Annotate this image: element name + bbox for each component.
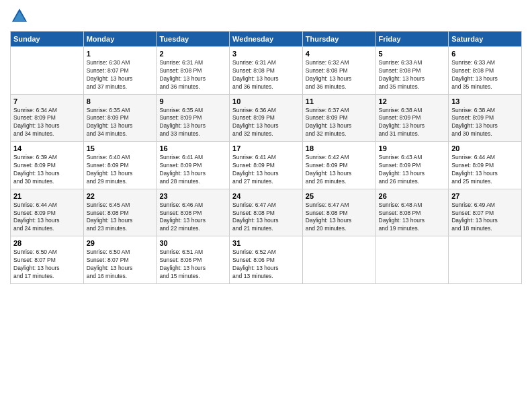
header-cell-thursday: Thursday [302, 32, 375, 47]
day-cell: 2Sunrise: 6:31 AMSunset: 8:08 PMDaylight… [157, 47, 230, 95]
day-info: Sunrise: 6:31 AMSunset: 8:08 PMDaylight:… [159, 59, 226, 91]
day-number: 18 [306, 144, 373, 152]
day-number: 3 [232, 50, 300, 58]
day-cell: 28Sunrise: 6:50 AMSunset: 8:07 PMDayligh… [11, 236, 84, 284]
day-number: 15 [87, 144, 154, 152]
day-number: 2 [159, 50, 226, 58]
day-info: Sunrise: 6:42 AMSunset: 8:09 PMDaylight:… [306, 154, 373, 186]
day-info: Sunrise: 6:44 AMSunset: 8:09 PMDaylight:… [451, 154, 519, 186]
day-number: 16 [159, 144, 226, 152]
day-number: 20 [451, 144, 519, 152]
day-cell: 1Sunrise: 6:30 AMSunset: 8:07 PMDaylight… [83, 47, 157, 95]
day-cell: 22Sunrise: 6:45 AMSunset: 8:08 PMDayligh… [83, 189, 157, 236]
day-cell: 7Sunrise: 6:34 AMSunset: 8:09 PMDaylight… [11, 94, 84, 142]
calendar-header: SundayMondayTuesdayWednesdayThursdayFrid… [11, 32, 522, 47]
day-cell: 4Sunrise: 6:32 AMSunset: 8:08 PMDaylight… [302, 47, 375, 95]
day-cell: 12Sunrise: 6:38 AMSunset: 8:09 PMDayligh… [375, 94, 449, 142]
day-number: 19 [379, 144, 446, 152]
day-number: 30 [159, 239, 226, 247]
logo-icon [10, 7, 29, 26]
day-cell: 15Sunrise: 6:40 AMSunset: 8:09 PMDayligh… [83, 142, 157, 189]
day-info: Sunrise: 6:33 AMSunset: 8:08 PMDaylight:… [379, 59, 446, 91]
day-number: 10 [232, 97, 300, 105]
header-cell-saturday: Saturday [449, 32, 522, 47]
day-info: Sunrise: 6:52 AMSunset: 8:06 PMDaylight:… [232, 248, 300, 281]
day-info: Sunrise: 6:50 AMSunset: 8:07 PMDaylight:… [13, 248, 81, 281]
header-cell-wednesday: Wednesday [230, 32, 303, 47]
day-cell: 21Sunrise: 6:44 AMSunset: 8:09 PMDayligh… [11, 189, 84, 236]
day-cell: 14Sunrise: 6:39 AMSunset: 8:09 PMDayligh… [11, 142, 84, 189]
day-number: 27 [451, 192, 519, 200]
day-cell: 10Sunrise: 6:36 AMSunset: 8:09 PMDayligh… [230, 94, 303, 142]
day-info: Sunrise: 6:47 AMSunset: 8:08 PMDaylight:… [306, 201, 373, 234]
day-cell: 17Sunrise: 6:41 AMSunset: 8:09 PMDayligh… [230, 142, 303, 189]
day-number: 6 [451, 50, 519, 58]
day-info: Sunrise: 6:31 AMSunset: 8:08 PMDaylight:… [232, 59, 300, 91]
day-info: Sunrise: 6:30 AMSunset: 8:07 PMDaylight:… [87, 59, 154, 91]
day-info: Sunrise: 6:32 AMSunset: 8:08 PMDaylight:… [306, 59, 373, 91]
day-cell: 6Sunrise: 6:33 AMSunset: 8:08 PMDaylight… [449, 47, 522, 95]
day-cell [449, 236, 522, 284]
header-cell-sunday: Sunday [11, 32, 84, 47]
header-row: SundayMondayTuesdayWednesdayThursdayFrid… [11, 32, 522, 47]
day-cell [375, 236, 449, 284]
day-number: 4 [306, 50, 373, 58]
day-number: 26 [379, 192, 446, 200]
day-info: Sunrise: 6:51 AMSunset: 8:06 PMDaylight:… [159, 248, 226, 281]
header-cell-friday: Friday [375, 32, 449, 47]
week-row-3: 14Sunrise: 6:39 AMSunset: 8:09 PMDayligh… [11, 142, 522, 189]
day-number: 11 [306, 97, 373, 105]
day-cell: 3Sunrise: 6:31 AMSunset: 8:08 PMDaylight… [230, 47, 303, 95]
day-number: 9 [159, 97, 226, 105]
day-cell [302, 236, 375, 284]
header-cell-monday: Monday [83, 32, 157, 47]
day-cell: 19Sunrise: 6:43 AMSunset: 8:09 PMDayligh… [375, 142, 449, 189]
day-number: 29 [87, 239, 154, 247]
day-cell: 29Sunrise: 6:50 AMSunset: 8:07 PMDayligh… [83, 236, 157, 284]
header [10, 7, 522, 26]
day-info: Sunrise: 6:36 AMSunset: 8:09 PMDaylight:… [232, 107, 300, 139]
day-cell: 9Sunrise: 6:35 AMSunset: 8:09 PMDaylight… [157, 94, 230, 142]
logo [10, 7, 32, 26]
day-cell: 31Sunrise: 6:52 AMSunset: 8:06 PMDayligh… [230, 236, 303, 284]
day-info: Sunrise: 6:33 AMSunset: 8:08 PMDaylight:… [451, 59, 519, 91]
day-cell: 20Sunrise: 6:44 AMSunset: 8:09 PMDayligh… [449, 142, 522, 189]
day-info: Sunrise: 6:34 AMSunset: 8:09 PMDaylight:… [13, 107, 81, 139]
day-number: 14 [13, 144, 81, 152]
day-cell: 18Sunrise: 6:42 AMSunset: 8:09 PMDayligh… [302, 142, 375, 189]
day-info: Sunrise: 6:44 AMSunset: 8:09 PMDaylight:… [13, 201, 81, 234]
day-cell: 23Sunrise: 6:46 AMSunset: 8:08 PMDayligh… [157, 189, 230, 236]
day-info: Sunrise: 6:46 AMSunset: 8:08 PMDaylight:… [159, 201, 226, 234]
day-number: 21 [13, 192, 81, 200]
day-cell: 5Sunrise: 6:33 AMSunset: 8:08 PMDaylight… [375, 47, 449, 95]
day-info: Sunrise: 6:41 AMSunset: 8:09 PMDaylight:… [159, 154, 226, 186]
day-info: Sunrise: 6:43 AMSunset: 8:09 PMDaylight:… [379, 154, 446, 186]
day-number: 12 [379, 97, 446, 105]
day-info: Sunrise: 6:41 AMSunset: 8:09 PMDaylight:… [232, 154, 300, 186]
week-row-5: 28Sunrise: 6:50 AMSunset: 8:07 PMDayligh… [11, 236, 522, 284]
day-number: 1 [87, 50, 154, 58]
day-number: 13 [451, 97, 519, 105]
day-info: Sunrise: 6:40 AMSunset: 8:09 PMDaylight:… [87, 154, 154, 186]
day-info: Sunrise: 6:49 AMSunset: 8:07 PMDaylight:… [451, 201, 519, 234]
calendar-body: 1Sunrise: 6:30 AMSunset: 8:07 PMDaylight… [11, 47, 522, 284]
day-cell [11, 47, 84, 95]
day-number: 28 [13, 239, 81, 247]
day-number: 17 [232, 144, 300, 152]
week-row-1: 1Sunrise: 6:30 AMSunset: 8:07 PMDaylight… [11, 47, 522, 95]
day-cell: 30Sunrise: 6:51 AMSunset: 8:06 PMDayligh… [157, 236, 230, 284]
day-cell: 26Sunrise: 6:48 AMSunset: 8:08 PMDayligh… [375, 189, 449, 236]
day-number: 8 [87, 97, 154, 105]
day-info: Sunrise: 6:35 AMSunset: 8:09 PMDaylight:… [87, 107, 154, 139]
day-cell: 8Sunrise: 6:35 AMSunset: 8:09 PMDaylight… [83, 94, 157, 142]
day-number: 25 [306, 192, 373, 200]
day-info: Sunrise: 6:48 AMSunset: 8:08 PMDaylight:… [379, 201, 446, 234]
day-info: Sunrise: 6:50 AMSunset: 8:07 PMDaylight:… [87, 248, 154, 281]
day-info: Sunrise: 6:37 AMSunset: 8:09 PMDaylight:… [306, 107, 373, 139]
day-info: Sunrise: 6:47 AMSunset: 8:08 PMDaylight:… [232, 201, 300, 234]
day-number: 5 [379, 50, 446, 58]
day-number: 23 [159, 192, 226, 200]
day-number: 22 [87, 192, 154, 200]
day-info: Sunrise: 6:38 AMSunset: 8:09 PMDaylight:… [379, 107, 446, 139]
day-number: 31 [232, 239, 300, 247]
